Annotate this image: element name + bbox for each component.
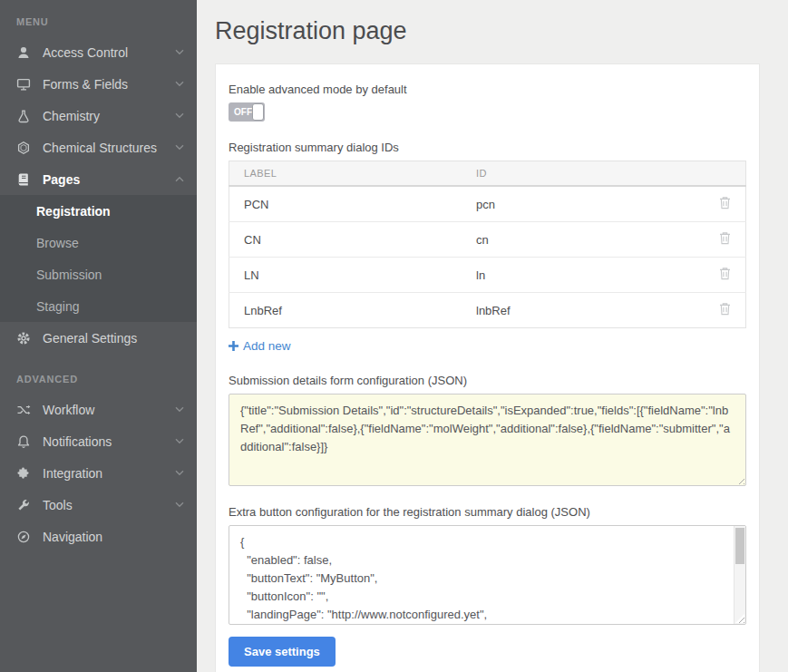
column-header-label: LABEL bbox=[229, 161, 462, 187]
table-row: PCN pcn bbox=[229, 186, 746, 222]
chevron-down-icon bbox=[175, 470, 184, 476]
book-icon bbox=[16, 172, 31, 187]
chevron-up-icon bbox=[175, 176, 184, 182]
sidebar-item-general-settings[interactable]: General Settings bbox=[0, 322, 197, 354]
sidebar: MENU Access Control Forms & Fields Chemi… bbox=[0, 0, 197, 672]
plus-icon bbox=[229, 341, 238, 351]
sidebar-item-label: Chemical Structures bbox=[43, 141, 175, 155]
cell-id: ln bbox=[462, 258, 705, 293]
sidebar-item-notifications[interactable]: Notifications bbox=[0, 425, 197, 457]
sidebar-item-label: Integration bbox=[43, 466, 175, 481]
menu-section-header: MENU bbox=[0, 5, 197, 36]
column-header-actions bbox=[705, 161, 746, 187]
sidebar-item-access-control[interactable]: Access Control bbox=[0, 36, 197, 68]
extra-button-config-wrapper: { "enabled": false, "buttonText": "MyBut… bbox=[229, 525, 746, 625]
main-content: Registration page Enable advanced mode b… bbox=[197, 0, 788, 672]
add-new-label: Add new bbox=[243, 339, 291, 353]
table-row: CN cn bbox=[229, 222, 746, 258]
submission-config-textarea[interactable]: {"title":"Submission Details","id":"stru… bbox=[229, 394, 746, 486]
sidebar-item-label: Pages bbox=[43, 172, 175, 187]
sidebar-subitem-staging[interactable]: Staging bbox=[0, 290, 197, 322]
table-header-row: LABEL ID bbox=[229, 161, 746, 187]
chevron-down-icon bbox=[175, 49, 184, 55]
sidebar-item-label: Tools bbox=[43, 498, 175, 512]
sidebar-subitem-registration[interactable]: Registration bbox=[0, 195, 197, 227]
sidebar-item-chemistry[interactable]: Chemistry bbox=[0, 100, 197, 131]
toggle-knob bbox=[252, 103, 264, 121]
sidebar-subitem-submission[interactable]: Submission bbox=[0, 258, 197, 290]
cell-id: pcn bbox=[462, 186, 705, 222]
app-root: MENU Access Control Forms & Fields Chemi… bbox=[0, 0, 788, 672]
scrollbar[interactable] bbox=[734, 526, 745, 624]
cell-id: cn bbox=[462, 222, 705, 258]
sidebar-item-navigation[interactable]: Navigation bbox=[0, 521, 197, 552]
cell-label: LN bbox=[229, 258, 462, 293]
chevron-down-icon bbox=[175, 438, 184, 444]
extra-button-config-label: Extra button configuration for the regis… bbox=[229, 505, 746, 519]
chevron-down-icon bbox=[175, 502, 184, 508]
cell-label: CN bbox=[229, 222, 462, 258]
shuffle-icon bbox=[16, 403, 31, 417]
submission-config-label: Submission details form configuration (J… bbox=[229, 374, 746, 387]
cell-id: lnbRef bbox=[462, 293, 705, 328]
delete-row-button[interactable] bbox=[719, 267, 731, 280]
sidebar-item-workflow[interactable]: Workflow bbox=[0, 394, 197, 425]
sidebar-item-label: Chemistry bbox=[43, 109, 175, 123]
table-row: LN ln bbox=[229, 258, 746, 293]
advanced-mode-toggle[interactable]: OFF bbox=[229, 102, 265, 122]
chevron-down-icon bbox=[175, 81, 184, 87]
column-header-id: ID bbox=[462, 161, 705, 187]
sidebar-item-label: Workflow bbox=[43, 403, 175, 417]
flask-icon bbox=[16, 109, 31, 123]
add-new-button[interactable]: Add new bbox=[229, 339, 291, 353]
cell-label: PCN bbox=[229, 186, 462, 222]
scrollbar-thumb[interactable] bbox=[735, 528, 744, 564]
toggle-state-label: OFF bbox=[229, 107, 252, 117]
trash-icon bbox=[719, 302, 731, 316]
sidebar-item-label: Notifications bbox=[43, 434, 175, 449]
chevron-down-icon bbox=[175, 406, 184, 413]
dialog-ids-label: Registration summary dialog IDs bbox=[229, 141, 746, 154]
submission-config-wrapper: {"title":"Submission Details","id":"stru… bbox=[229, 394, 746, 486]
sidebar-item-label: Navigation bbox=[43, 530, 184, 544]
extra-button-config-textarea[interactable]: { "enabled": false, "buttonText": "MyBut… bbox=[229, 525, 746, 625]
advanced-mode-label: Enable advanced mode by default bbox=[229, 83, 746, 96]
sidebar-item-chemical-structures[interactable]: Chemical Structures bbox=[0, 131, 197, 163]
trash-icon bbox=[719, 231, 731, 245]
gear-icon bbox=[16, 331, 31, 346]
bell-icon bbox=[16, 434, 31, 449]
delete-row-button[interactable] bbox=[719, 231, 731, 245]
table-row: LnbRef lnbRef bbox=[229, 293, 746, 328]
wrench-icon bbox=[16, 498, 31, 512]
monitor-icon bbox=[16, 77, 31, 92]
compass-icon bbox=[16, 530, 31, 544]
sidebar-item-forms-fields[interactable]: Forms & Fields bbox=[0, 68, 197, 100]
sidebar-item-tools[interactable]: Tools bbox=[0, 489, 197, 521]
sidebar-item-label: General Settings bbox=[43, 331, 184, 346]
puzzle-icon bbox=[16, 466, 31, 481]
delete-row-button[interactable] bbox=[719, 196, 731, 209]
dialog-ids-table: LABEL ID PCN pcn CN cn bbox=[229, 161, 746, 328]
trash-icon bbox=[719, 267, 731, 280]
chevron-down-icon bbox=[175, 144, 184, 151]
hexagon-icon bbox=[16, 141, 31, 155]
chevron-down-icon bbox=[175, 112, 184, 119]
cell-label: LnbRef bbox=[229, 293, 462, 328]
advanced-section-header: ADVANCED bbox=[0, 354, 197, 394]
delete-row-button[interactable] bbox=[719, 302, 731, 316]
pages-submenu: Registration Browse Submission Staging bbox=[0, 195, 197, 322]
trash-icon bbox=[719, 196, 731, 209]
save-settings-button[interactable]: Save settings bbox=[229, 637, 336, 667]
settings-card: Enable advanced mode by default OFF Regi… bbox=[215, 63, 760, 672]
page-title: Registration page bbox=[215, 17, 760, 45]
sidebar-item-integration[interactable]: Integration bbox=[0, 457, 197, 489]
user-icon bbox=[16, 45, 31, 60]
sidebar-subitem-browse[interactable]: Browse bbox=[0, 227, 197, 258]
sidebar-item-pages[interactable]: Pages bbox=[0, 163, 197, 195]
sidebar-item-label: Forms & Fields bbox=[43, 77, 175, 92]
sidebar-item-label: Access Control bbox=[43, 45, 175, 60]
